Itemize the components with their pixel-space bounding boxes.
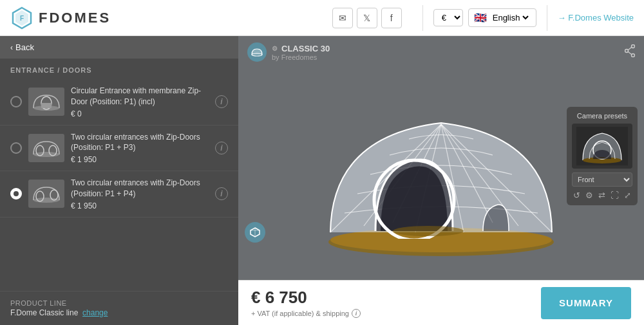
model-icon (247, 42, 267, 62)
logo-area: F FDOMES (10, 6, 126, 30)
option-info-3: Two circular entrances with Zip-Doors (P… (71, 178, 209, 210)
svg-point-15 (632, 54, 635, 57)
option-thumbnail-2 (28, 134, 64, 162)
twitter-button[interactable]: 𝕏 (357, 8, 377, 28)
svg-text:F: F (20, 15, 24, 22)
option-price-1: € 0 (71, 109, 209, 118)
camera-rotate-icon[interactable]: ↺ (573, 190, 580, 200)
radio-button-1[interactable] (10, 96, 22, 107)
option-thumb-svg-2 (31, 136, 62, 160)
info-button-2[interactable]: i (215, 142, 228, 154)
option-price-3: € 1 950 (71, 201, 209, 210)
left-panel: ‹ Back ENTRANCE / DOORS Circular Entranc… (0, 36, 238, 325)
camera-preview-thumb (572, 124, 632, 169)
option-info-1: Circular Entrance with membrane Zip-Door… (71, 86, 209, 118)
website-link[interactable]: F.Domes Website (558, 13, 634, 23)
camera-select-row[interactable]: Front Back Side Top (572, 172, 632, 187)
option-item[interactable]: Circular Entrance with membrane Zip-Door… (0, 79, 238, 125)
right-panel: ⚙ CLASSIC 30 by Freedomes (238, 36, 644, 325)
back-label: Back (15, 42, 34, 52)
option-name-3: Two circular entrances with Zip-Doors (P… (71, 178, 209, 200)
model-tag-icon: ⚙ (272, 45, 278, 52)
model-name: ⚙ CLASSIC 30 (272, 44, 330, 53)
cube-icon (250, 227, 260, 237)
email-button[interactable]: ✉ (332, 8, 353, 28)
model-info: ⚙ CLASSIC 30 by Freedomes (272, 44, 330, 61)
price-bar: € 6 750 + VAT (if applicable) & shipping… (238, 280, 644, 325)
option-name-1: Circular Entrance with membrane Zip-Door… (71, 86, 209, 107)
option-thumb-svg-3 (31, 182, 62, 205)
info-button-3[interactable]: i (215, 187, 228, 200)
social-buttons: ✉ 𝕏 f (332, 8, 402, 28)
camera-presets-title: Camera presets (572, 112, 632, 120)
flag-icon: 🇬🇧 (474, 12, 487, 24)
logo-icon: F (10, 6, 33, 30)
price-value: € 6 750 (251, 288, 541, 308)
svg-point-23 (393, 226, 464, 236)
camera-preset-select[interactable]: Front Back Side Top (572, 172, 632, 187)
option-item-2[interactable]: Two circular entrances with Zip-Doors (P… (0, 125, 238, 172)
option-thumbnail-1 (28, 88, 64, 116)
radio-dot-3 (14, 191, 19, 196)
radio-button-2[interactable] (10, 142, 22, 154)
header-divider-1 (422, 5, 423, 31)
price-main: € 6 750 + VAT (if applicable) & shipping… (251, 288, 541, 318)
header: F FDOMES ✉ 𝕏 f € $ £ 🇬🇧 English F.Domes … (0, 0, 644, 36)
summary-button[interactable]: SUMMARY (541, 287, 631, 319)
model-by: by Freedomes (272, 53, 330, 61)
svg-line-16 (628, 47, 632, 50)
product-line-label: Product line (10, 299, 228, 307)
viewer-toolbar (245, 222, 265, 243)
camera-expand-icon[interactable]: ⛶ (611, 190, 619, 200)
currency-select[interactable]: € $ £ (433, 9, 463, 26)
svg-line-17 (628, 51, 632, 55)
camera-thumb-svg (576, 127, 628, 165)
facebook-button[interactable]: f (381, 8, 402, 28)
logo-text: FDOMES (39, 10, 111, 26)
back-chevron-icon: ‹ (10, 43, 13, 52)
3d-view-button[interactable] (245, 222, 265, 243)
options-list: Circular Entrance with membrane Zip-Door… (0, 79, 238, 291)
model-tag-text: CLASSIC 30 (281, 44, 330, 53)
option-thumb-svg-1 (31, 90, 62, 113)
product-line-name: F.Dome Classic line (10, 308, 78, 317)
product-line-value: F.Dome Classic line change (10, 308, 228, 317)
option-item-3[interactable]: Two circular entrances with Zip-Doors (P… (0, 171, 238, 218)
svg-point-14 (625, 50, 629, 53)
info-button-1[interactable]: i (215, 95, 228, 108)
radio-button-3[interactable] (10, 188, 22, 200)
section-title: ENTRANCE / DOORS (0, 59, 238, 79)
dome-viewer[interactable]: Camera presets Front Back (238, 68, 644, 280)
dome-3d-svg (299, 84, 583, 265)
camera-settings-icon[interactable]: ⚙ (585, 190, 593, 200)
svg-point-13 (632, 45, 635, 48)
main-layout: ‹ Back ENTRANCE / DOORS Circular Entranc… (0, 36, 644, 325)
header-divider-2 (547, 5, 547, 31)
language-select[interactable]: English (490, 12, 531, 23)
camera-flip-icon[interactable]: ⇄ (598, 190, 605, 200)
language-selector[interactable]: 🇬🇧 English (468, 8, 536, 27)
back-button[interactable]: ‹ Back (0, 36, 238, 59)
price-note: + VAT (if applicable) & shipping i (251, 309, 541, 318)
svg-rect-5 (41, 103, 52, 108)
share-icon (625, 44, 635, 57)
camera-fullscreen-icon[interactable]: ⤢ (624, 190, 631, 200)
camera-icons-row: ↺ ⚙ ⇄ ⛶ ⤢ (572, 190, 632, 200)
help-icon[interactable]: i (352, 309, 361, 318)
price-note-text: + VAT (if applicable) & shipping (251, 310, 349, 317)
camera-presets-panel: Camera presets Front Back (567, 107, 638, 205)
option-name-2: Two circular entrances with Zip-Doors (P… (71, 132, 209, 154)
share-button[interactable] (625, 44, 635, 60)
option-price-2: € 1 950 (71, 155, 209, 164)
product-line: Product line F.Dome Classic line change (0, 291, 238, 325)
option-thumbnail-3 (28, 180, 64, 208)
change-link[interactable]: change (82, 308, 108, 317)
viewer-header: ⚙ CLASSIC 30 by Freedomes (238, 36, 644, 68)
option-info-2: Two circular entrances with Zip-Doors (P… (71, 132, 209, 165)
dome-small-icon (251, 46, 263, 58)
